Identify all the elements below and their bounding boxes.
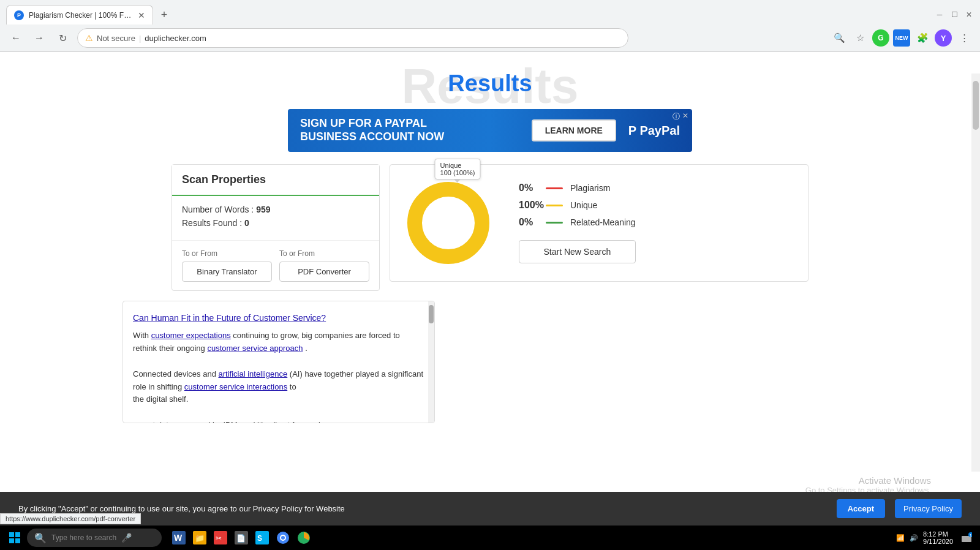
taskbar-pie-app[interactable] (294, 528, 314, 548)
taskbar-app-4[interactable]: 📄 (232, 528, 251, 548)
taskbar-mic-icon[interactable]: 🎤 (121, 533, 132, 543)
taskbar: 🔍 Type here to search 🎤 W 📁 ✂ � (0, 526, 980, 550)
back-button[interactable]: ← (7, 29, 24, 47)
start-new-search-button[interactable]: Start New Search (519, 240, 636, 263)
svg-rect-4 (9, 538, 14, 543)
maximize-button[interactable]: ☐ (949, 10, 959, 20)
ad-banner: SIGN UP FOR A PAYPAL BUSINESS ACCOUNT NO… (288, 109, 692, 152)
chart-area: Unique 100 (100%) 0% Plagiarism (390, 164, 809, 282)
donut-chart: Unique 100 (100%) (402, 177, 494, 269)
text-content-section: Can Human Fit in the Future of Customer … (123, 301, 435, 423)
scan-links: To or From Binary Translator To or From … (172, 241, 379, 290)
tab-favicon: P (14, 10, 24, 20)
url-domain: duplichecker.com (145, 34, 206, 43)
tab-close-button[interactable]: ✕ (138, 10, 145, 20)
cookie-accept-button[interactable]: Accept (837, 499, 885, 518)
svg-text:📁: 📁 (195, 533, 205, 543)
svg-text:S: S (257, 534, 262, 543)
taskbar-chrome-app[interactable] (273, 528, 293, 548)
p1-end: . (305, 344, 307, 353)
chart-legend: 0% Plagiarism 100% Unique 0% Related-Mea… (519, 183, 636, 228)
results-title: Results (0, 70, 980, 97)
pdf-converter-button[interactable]: PDF Converter (279, 262, 369, 282)
article-paragraph-3: recent data recovered by IBM, and it's a… (133, 419, 424, 423)
taskbar-search-placeholder: Type here to search (51, 533, 116, 542)
taskbar-explorer-app[interactable]: 📁 (190, 528, 209, 548)
chart-legend-section: 0% Plagiarism 100% Unique 0% Related-Mea… (519, 183, 636, 263)
taskbar-apps: W 📁 ✂ 📄 S (169, 528, 314, 548)
unique-legend: 100% Unique (519, 200, 636, 211)
taskbar-search-icon: 🔍 (34, 532, 47, 544)
profile-button[interactable]: Y (935, 29, 952, 47)
scan-properties-header: Scan Properties (172, 165, 379, 196)
url-separator: | (139, 34, 141, 43)
word-count-row: Number of Words : 959 (182, 205, 369, 214)
svg-text:✂: ✂ (216, 534, 222, 543)
p1-start: With (133, 331, 151, 340)
address-input[interactable]: ⚠ Not secure | duplichecker.com (77, 28, 628, 48)
pdf-converter-link: To or From PDF Converter (279, 249, 369, 282)
app-4-icon: 📄 (235, 531, 248, 544)
minimize-button[interactable]: ─ (935, 10, 944, 20)
taskbar-skype-app[interactable]: S (252, 528, 272, 548)
bookmark-button[interactable]: ☆ (851, 29, 869, 47)
related-legend: 0% Related-Meaning (519, 217, 636, 228)
p2-start: Connected devices and (133, 369, 218, 379)
toolbar-right: 🔍 ☆ G NEW 🧩 Y ⋮ (831, 29, 973, 47)
ad-paypal-logo: P PayPal (628, 124, 680, 138)
forward-button[interactable]: → (31, 29, 48, 47)
chart-tooltip: Unique 100 (100%) (435, 159, 481, 179)
new-tab-button[interactable]: + (156, 6, 173, 23)
results-found-row: Results Found : 0 (182, 218, 369, 228)
page-content: Results Results SIGN UP FOR A PAYPAL BUS… (0, 52, 980, 423)
svg-text:W: W (174, 533, 183, 543)
ad-learn-more-button[interactable]: LEARN MORE (532, 119, 616, 141)
page-scrollbar[interactable] (971, 73, 980, 472)
p1-highlighted: customer expectations (151, 331, 231, 340)
taskbar-notification-button[interactable]: 1 (958, 529, 975, 546)
content-scrollbar[interactable] (428, 301, 434, 423)
p2-end: to (290, 382, 296, 391)
title-bar: P Plagiarism Checker | 100% Free a... ✕ … (0, 0, 980, 24)
ad-close-icon[interactable]: ✕ (682, 111, 688, 120)
browser-tab[interactable]: P Plagiarism Checker | 100% Free a... ✕ (6, 5, 153, 24)
svg-point-18 (281, 536, 285, 540)
text-scroll-area[interactable]: Can Human Fit in the Future of Customer … (123, 301, 434, 423)
scan-properties-panel: Scan Properties Number of Words : 959 Re… (172, 164, 380, 291)
text-area-panel: Can Human Fit in the Future of Customer … (123, 301, 435, 423)
taskbar-word-app[interactable]: W (169, 528, 189, 548)
article-paragraph-1: With customer expectations continuing to… (133, 330, 424, 355)
unique-line (546, 205, 563, 206)
taskbar-search-box[interactable]: 🔍 Type here to search 🎤 (27, 529, 162, 547)
plagiarism-line (546, 187, 563, 189)
binary-translator-button[interactable]: Binary Translator (182, 262, 272, 282)
taskbar-app-3[interactable]: ✂ (211, 528, 230, 548)
close-window-button[interactable]: ✕ (964, 10, 974, 20)
menu-button[interactable]: ⋮ (956, 29, 973, 47)
calendar-button[interactable]: NEW (893, 29, 910, 47)
reload-button[interactable]: ↻ (54, 29, 71, 47)
search-button[interactable]: 🔍 (831, 29, 848, 47)
cookie-banner: By clicking "Accept" or continuing to us… (0, 492, 980, 526)
binary-translator-link: To or From Binary Translator (182, 249, 272, 282)
svg-rect-2 (9, 532, 14, 537)
extensions-button[interactable]: 🧩 (914, 29, 931, 47)
article-heading[interactable]: Can Human Fit in the Future of Customer … (133, 311, 424, 325)
security-warning-icon: ⚠ (85, 33, 93, 43)
grammarly-button[interactable]: G (872, 29, 889, 47)
cookie-privacy-button[interactable]: Privacy Policy (895, 499, 962, 518)
taskbar-network-icon: 📶 (896, 534, 905, 542)
main-content: Scan Properties Number of Words : 959 Re… (172, 164, 809, 291)
svg-point-1 (424, 198, 473, 247)
p2-highlight2: customer service interactions (184, 382, 287, 391)
app-3-icon: ✂ (214, 531, 227, 544)
ad-info-icon[interactable]: ⓘ (673, 111, 680, 122)
not-secure-label: Not secure (97, 34, 135, 43)
explorer-icon: 📁 (193, 531, 206, 544)
p1-service: customer service approach (207, 344, 303, 353)
start-button[interactable] (5, 528, 24, 548)
content-scrollbar-thumb[interactable] (429, 305, 434, 323)
svg-rect-5 (15, 538, 20, 543)
word-icon: W (172, 531, 186, 544)
taskbar-right: 📶 🔊 8:12 PM 9/11/2020 1 (896, 529, 975, 546)
